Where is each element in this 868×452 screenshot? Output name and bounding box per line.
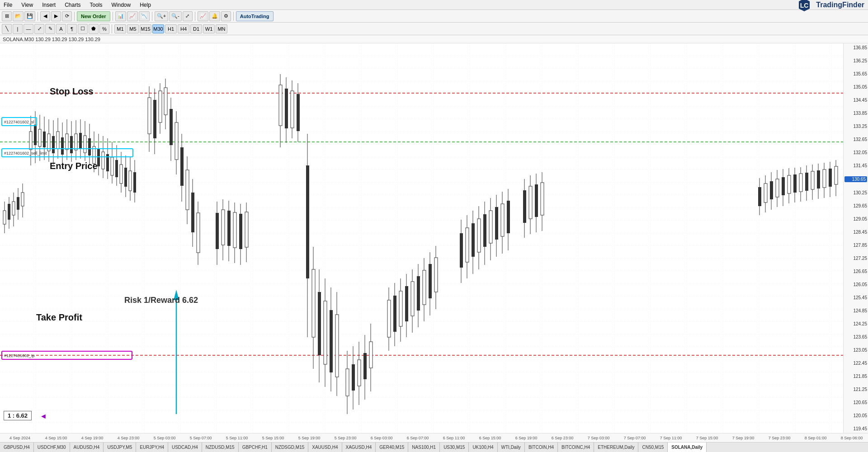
svg-rect-146 bbox=[466, 228, 469, 262]
menu-tools[interactable]: Tools bbox=[88, 2, 104, 8]
toolbar-save[interactable]: 💾 bbox=[24, 11, 35, 21]
stop-loss-order-box: #1227401602_sl bbox=[1, 117, 37, 126]
tf-d1[interactable]: D1 bbox=[190, 24, 202, 33]
toolbar-bar-chart[interactable]: 📊 bbox=[115, 11, 126, 21]
svg-rect-172 bbox=[764, 184, 767, 202]
svg-rect-82 bbox=[197, 213, 200, 253]
time-7sep07: 7 Sep 07:00 bbox=[617, 436, 653, 440]
svg-rect-134 bbox=[411, 282, 414, 316]
menu-file[interactable]: File bbox=[2, 2, 14, 8]
tab-wti-daily[interactable]: WTI,Daily bbox=[498, 443, 525, 452]
tab-gbpusd-h4[interactable]: GBPUSD,H4 bbox=[0, 443, 34, 452]
menu-window[interactable]: Window bbox=[110, 2, 133, 8]
tab-nas100-h1[interactable]: NAS100,H1 bbox=[408, 443, 440, 452]
tab-usdchf-m30[interactable]: USDCHF,M30 bbox=[34, 443, 70, 452]
tab-bitcoinc-h4[interactable]: BITCOINC,H4 bbox=[558, 443, 594, 452]
svg-rect-92 bbox=[239, 214, 242, 249]
draw-channel[interactable]: ⤢ bbox=[34, 24, 44, 34]
toolbar-line-chart[interactable]: 📉 bbox=[139, 11, 150, 21]
svg-rect-132 bbox=[405, 286, 408, 321]
price-123-05: 123.05 bbox=[844, 348, 867, 353]
tab-bitcoin-h4[interactable]: BITCOIN,H4 bbox=[525, 443, 558, 452]
toolbar-indicators[interactable]: 📈 bbox=[198, 11, 208, 21]
autotrading-button[interactable]: AutoTrading bbox=[236, 11, 274, 21]
price-134-45: 134.45 bbox=[844, 98, 867, 103]
toolbar-back[interactable]: ◀ bbox=[40, 11, 50, 21]
chart-area[interactable]: // This won't execute in SVG context, we… bbox=[0, 43, 868, 433]
draw-text[interactable]: A bbox=[56, 24, 66, 34]
draw-pencil[interactable]: ✎ bbox=[45, 24, 55, 34]
toolbar-open[interactable]: 📂 bbox=[13, 11, 24, 21]
time-4sep2024: 4 Sep 2024 bbox=[2, 436, 38, 440]
tab-xauusd-h4[interactable]: XAUUSD,H4 bbox=[308, 443, 342, 452]
new-order-button[interactable]: New Order bbox=[77, 11, 110, 21]
draw-rect[interactable]: ☐ bbox=[78, 24, 88, 34]
tab-nzdsgd-m15[interactable]: NZDSGD,M15 bbox=[272, 443, 308, 452]
tf-m5[interactable]: M5 bbox=[127, 24, 139, 33]
svg-rect-192 bbox=[823, 170, 826, 188]
price-121-85: 121.85 bbox=[844, 374, 867, 379]
rr-box: 1 : 6.62 bbox=[4, 411, 32, 420]
tf-m30[interactable]: M30 bbox=[152, 24, 164, 33]
toolbar-refresh[interactable]: ⟳ bbox=[62, 11, 72, 21]
price-129-05: 129.05 bbox=[844, 217, 867, 221]
draw-line[interactable]: ╲ bbox=[2, 24, 12, 34]
tradingfinder-logo: LC TradingFinder bbox=[797, 0, 866, 12]
menu-insert[interactable]: Insert bbox=[40, 2, 57, 8]
draw-label[interactable]: ¶ bbox=[67, 24, 77, 34]
tab-xagusd-h4[interactable]: XAGUSD,H4 bbox=[342, 443, 376, 452]
draw-fib[interactable]: % bbox=[99, 24, 109, 34]
tab-uk100-h4[interactable]: UK100,H4 bbox=[469, 443, 497, 452]
toolbar2: ╲ | — ⤢ ✎ A ¶ ☐ ⬟ % M1 M5 M15 M30 H1 H4 … bbox=[0, 23, 868, 35]
svg-rect-184 bbox=[799, 174, 802, 192]
toolbar-settings[interactable]: ⚙ bbox=[221, 11, 231, 21]
svg-rect-150 bbox=[477, 219, 481, 252]
tf-h4[interactable]: H4 bbox=[178, 24, 189, 33]
tab-gbpchf-h1[interactable]: GBPCHF,H1 bbox=[239, 443, 272, 452]
tab-usdcad-h4[interactable]: USDCAD,H4 bbox=[168, 443, 202, 452]
toolbar-fit[interactable]: ⤢ bbox=[183, 11, 193, 21]
menu-charts[interactable]: Charts bbox=[63, 2, 82, 8]
tab-us30-m15[interactable]: US30,M15 bbox=[440, 443, 469, 452]
svg-rect-98 bbox=[285, 89, 288, 128]
menu-help[interactable]: Help bbox=[138, 2, 153, 8]
svg-rect-32 bbox=[66, 134, 68, 150]
symbol-tabs: GBPUSD,H4 USDCHF,M30 AUDUSD,H4 USDJPY,M5… bbox=[0, 442, 868, 452]
tab-cn50-m15[interactable]: CN50,M15 bbox=[638, 443, 668, 452]
toolbar-zoom-out[interactable]: 🔍- bbox=[169, 11, 182, 21]
tf-m15[interactable]: M15 bbox=[140, 24, 151, 33]
svg-rect-100 bbox=[291, 91, 294, 128]
price-136-85: 136.85 bbox=[844, 45, 867, 50]
tab-audusd-h4[interactable]: AUDUSD,H4 bbox=[70, 443, 104, 452]
draw-hline[interactable]: — bbox=[24, 24, 33, 34]
tf-h1[interactable]: H1 bbox=[165, 24, 177, 33]
tf-w1[interactable]: W1 bbox=[203, 24, 215, 33]
draw-vline[interactable]: | bbox=[13, 24, 23, 34]
toolbar-new-chart[interactable]: ⊞ bbox=[2, 11, 12, 21]
svg-rect-112 bbox=[330, 310, 333, 372]
toolbar-forward[interactable]: ▶ bbox=[51, 11, 61, 21]
svg-rect-174 bbox=[770, 181, 773, 199]
svg-rect-22 bbox=[43, 132, 46, 147]
toolbar-candle-chart[interactable]: 📈 bbox=[127, 11, 138, 21]
tab-ethereum-daily[interactable]: ETHEREUM,Daily bbox=[594, 443, 638, 452]
menu-view[interactable]: View bbox=[19, 2, 35, 8]
toolbar-alerts[interactable]: 🔔 bbox=[209, 11, 220, 21]
time-7sep19: 7 Sep 19:00 bbox=[725, 436, 761, 440]
tab-nzdusd-m15[interactable]: NZDUSD,M15 bbox=[202, 443, 239, 452]
tf-mn[interactable]: MN bbox=[216, 24, 227, 33]
toolbar1: ⊞ 📂 💾 ◀ ▶ ⟳ New Order 📊 📈 📉 🔍+ 🔍- ⤢ 📈 🔔 … bbox=[0, 10, 868, 23]
draw-ellipse[interactable]: ⬟ bbox=[89, 24, 99, 34]
tab-eurjpy-h4[interactable]: EURJPY,H4 bbox=[136, 443, 168, 452]
svg-rect-142 bbox=[434, 258, 438, 292]
svg-rect-12 bbox=[17, 197, 19, 210]
price-119-45: 119.45 bbox=[844, 426, 867, 431]
tab-ger40-m15[interactable]: GER40,M15 bbox=[376, 443, 408, 452]
toolbar-zoom-in[interactable]: 🔍+ bbox=[155, 11, 168, 21]
tf-m1[interactable]: M1 bbox=[114, 24, 126, 33]
tab-solana-daily[interactable]: SOLANA,Daily bbox=[668, 443, 707, 452]
svg-rect-166 bbox=[535, 184, 538, 217]
price-axis: 136.85 136.25 135.65 135.05 134.45 133.8… bbox=[843, 43, 868, 433]
tab-usdjpy-m5[interactable]: USDJPY,M5 bbox=[104, 443, 136, 452]
sep4 bbox=[152, 12, 152, 21]
